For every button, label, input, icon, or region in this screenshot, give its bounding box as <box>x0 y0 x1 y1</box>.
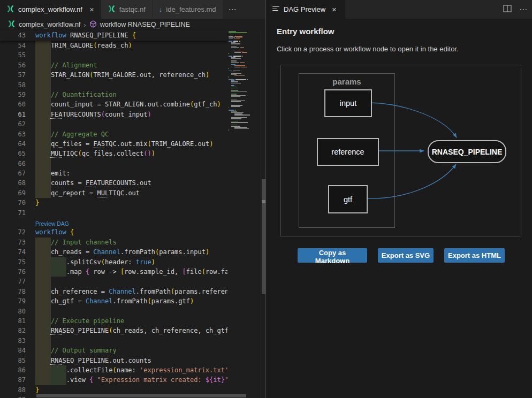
code-line: 75.splitCsv(header: true) <box>0 257 227 267</box>
symbol-cube-icon <box>89 20 97 29</box>
code-line: 87.view { "Expression matrix created: ${… <box>0 375 227 385</box>
line-number: 87 <box>0 375 26 385</box>
dag-node-reference[interactable]: reference <box>317 138 379 166</box>
line-number: 57 <box>0 70 26 80</box>
export-as-html-button[interactable]: Export as HTML <box>444 248 505 263</box>
breadcrumb-symbol[interactable]: workflow RNASEQ_PIPELINE <box>100 21 190 28</box>
close-icon[interactable]: × <box>89 5 94 13</box>
line-number: 80 <box>0 307 26 316</box>
code-line: 80 <box>0 307 227 316</box>
code-line: 54TRIM_GALORE(reads_ch) <box>0 41 227 50</box>
nextflow-icon <box>7 20 16 29</box>
line-number: 61 <box>0 110 26 119</box>
line-number: 60 <box>0 100 26 109</box>
code-line: 72workflow { <box>0 227 227 237</box>
line-number: 56 <box>0 60 26 70</box>
line-number: 78 <box>0 287 26 296</box>
line-number: 69 <box>0 188 26 198</box>
tab-complex_workflow.nf[interactable]: complex_workflow.nf× <box>0 0 101 19</box>
tab-ide_features.md[interactable]: ↓ide_features.md <box>153 0 223 19</box>
line-number: 85 <box>0 356 26 365</box>
code-line: 86.collectFile(name: 'expression_matrix.… <box>0 365 227 375</box>
tab-fastqc.nf[interactable]: fastqc.nf <box>101 0 153 19</box>
code-line: 62 <box>0 119 227 129</box>
panel-tab-bar: DAG Preview × ⋯ <box>266 0 532 19</box>
line-number: 76 <box>0 267 26 277</box>
minimap[interactable] <box>227 30 261 398</box>
dag-node-input[interactable]: input <box>324 89 372 117</box>
line-number: 62 <box>0 119 26 129</box>
code-line: 88} <box>0 385 227 395</box>
line-number: 63 <box>0 129 26 139</box>
dag-preview-panel: DAG Preview × ⋯ Entry workflow Click on … <box>266 0 532 398</box>
horizontal-scrollbar-slider[interactable] <box>36 394 246 397</box>
code-line: 84// Output summary <box>0 346 227 355</box>
nextflow-icon <box>6 5 14 14</box>
code-line: 68counts = FEATURECOUNTS.out <box>0 178 227 188</box>
code-line: 65MULTIQC(qc_files.collect()) <box>0 149 227 158</box>
panel-tab-label: DAG Preview <box>284 5 325 13</box>
line-number: 58 <box>0 80 26 90</box>
code-line: 66 <box>0 159 227 169</box>
line-number: 83 <box>0 336 26 346</box>
line-number: 64 <box>0 139 26 149</box>
code-line: 71 <box>0 208 227 218</box>
code-line: 81// Execute pipeline <box>0 316 227 326</box>
dag-diagram: params input reference gtf RNASEQ_PIPELI… <box>280 65 521 236</box>
code-line: 63// Aggregate QC <box>0 129 227 139</box>
code-line: 78ch_reference = Channel.fromPath(params… <box>0 287 227 296</box>
line-number: 74 <box>0 247 26 257</box>
code-line: 58 <box>0 80 227 90</box>
code-line: 82RNASEQ_PIPELINE(ch_reads, ch_reference… <box>0 326 227 335</box>
line-number: 70 <box>0 198 26 208</box>
more-actions-icon[interactable]: ⋯ <box>519 5 528 14</box>
line-number: 66 <box>0 159 26 169</box>
line-number: 55 <box>0 50 26 60</box>
code-line: 55 <box>0 50 227 60</box>
line-number: 72 <box>0 227 26 237</box>
tab-overflow-button[interactable]: ⋯ <box>223 0 242 19</box>
code-line: 76.map { row -> [row.sample_id, [file(ro… <box>0 267 227 277</box>
line-number: 65 <box>0 149 26 158</box>
code-line: 69qc_report = MULTIQC.out <box>0 188 227 198</box>
breadcrumb-file[interactable]: complex_workflow.nf <box>19 21 80 28</box>
code-line: 85RNASEQ_PIPELINE.out.counts <box>0 356 227 365</box>
line-number: 79 <box>0 296 26 306</box>
line-number: 82 <box>0 326 26 335</box>
line-number: 81 <box>0 316 26 326</box>
line-number: 84 <box>0 346 26 355</box>
preview-list-icon <box>272 6 279 13</box>
dag-node-gtf[interactable]: gtf <box>328 185 368 213</box>
line-number: 54 <box>0 41 26 50</box>
code-line: 57STAR_ALIGN(TRIM_GALORE.out, reference_… <box>0 70 227 80</box>
split-editor-icon[interactable] <box>503 5 512 14</box>
close-icon[interactable]: × <box>332 5 337 14</box>
codelens-row: Preview DAG <box>0 218 227 227</box>
code-line: 70} <box>0 198 227 208</box>
copy-as-markdown-button[interactable]: Copy as Markdown <box>298 248 367 263</box>
line-number: 88 <box>0 385 26 395</box>
nextflow-icon <box>108 5 116 14</box>
tab-label: complex_workflow.nf <box>18 5 82 13</box>
editor-group: complex_workflow.nf×fastqc.nf↓ide_featur… <box>0 0 265 398</box>
markdown-arrow-icon: ↓ <box>159 5 163 13</box>
code-line: 73// Input channels <box>0 238 227 247</box>
vertical-scrollbar[interactable] <box>261 30 265 398</box>
scrollbar-cursor-marker <box>262 200 265 203</box>
tab-dag-preview[interactable]: DAG Preview × <box>266 0 345 19</box>
line-number: 77 <box>0 277 26 286</box>
line-number: 71 <box>0 208 26 218</box>
breadcrumb[interactable]: complex_workflow.nf › workflow RNASEQ_PI… <box>0 19 265 30</box>
line-number: 73 <box>0 238 26 247</box>
line-number: 67 <box>0 169 26 178</box>
dag-node-rnaseq-pipeline[interactable]: RNASEQ_PIPELINE <box>428 140 506 163</box>
vertical-scrollbar-slider[interactable] <box>262 179 265 294</box>
sticky-scroll-line[interactable]: 43workflow RNASEQ_PIPELINE { <box>0 30 227 41</box>
export-as-svg-button[interactable]: Export as SVG <box>378 248 434 263</box>
code-editor[interactable]: 54TRIM_GALORE(reads_ch)5556// Alignment5… <box>0 30 227 398</box>
code-line: 56// Alignment <box>0 60 227 70</box>
code-line: 67emit: <box>0 169 227 178</box>
panel-heading: Entry workflow <box>277 27 335 36</box>
code-line: 60count_input = STAR_ALIGN.out.combine(g… <box>0 100 227 109</box>
code-line: 83 <box>0 336 227 346</box>
